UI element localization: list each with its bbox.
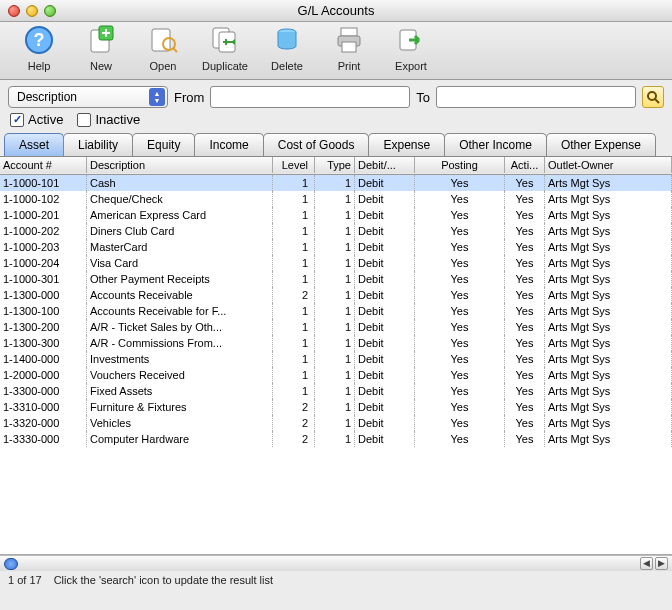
tab-cost-of-goods[interactable]: Cost of Goods [263, 133, 370, 156]
cell: Debit [355, 239, 415, 255]
table-row[interactable]: 1-1300-000Accounts Receivable21DebitYesY… [0, 287, 672, 303]
cell: Arts Mgt Sys [545, 191, 672, 207]
export-label: Export [380, 60, 442, 72]
cell: 1 [273, 191, 315, 207]
cell: Debit [355, 303, 415, 319]
cell: Other Payment Receipts [87, 271, 273, 287]
cell: Yes [505, 367, 545, 383]
cell: 2 [273, 287, 315, 303]
svg-text:?: ? [34, 30, 45, 50]
tab-liability[interactable]: Liability [63, 133, 133, 156]
table-row[interactable]: 1-3330-000Computer Hardware21DebitYesYes… [0, 431, 672, 447]
table-row[interactable]: 1-1000-201American Express Card11DebitYe… [0, 207, 672, 223]
column-header[interactable]: Level [273, 157, 315, 173]
column-header[interactable]: Description [87, 157, 273, 173]
record-count: 1 of 17 [8, 574, 42, 586]
cell: Debit [355, 415, 415, 431]
tab-other-income[interactable]: Other Income [444, 133, 547, 156]
cell: 1-1300-300 [0, 335, 87, 351]
to-input[interactable] [436, 86, 636, 108]
table-row[interactable]: 1-1000-202Diners Club Card11DebitYesYesA… [0, 223, 672, 239]
cell: 1 [273, 319, 315, 335]
inactive-checkbox[interactable]: Inactive [77, 112, 140, 127]
table-row[interactable]: 1-3320-000Vehicles21DebitYesYesArts Mgt … [0, 415, 672, 431]
cell: 1 [273, 223, 315, 239]
new-button[interactable]: New [70, 24, 132, 79]
grid-header: Account #DescriptionLevelTypeDebit/...Po… [0, 157, 672, 175]
cell: Computer Hardware [87, 431, 273, 447]
table-row[interactable]: 1-1000-101Cash11DebitYesYesArts Mgt Sys [0, 175, 672, 191]
cell: Arts Mgt Sys [545, 223, 672, 239]
table-row[interactable]: 1-3300-000Fixed Assets11DebitYesYesArts … [0, 383, 672, 399]
cell: 1-3330-000 [0, 431, 87, 447]
cell: Arts Mgt Sys [545, 175, 672, 191]
column-header[interactable]: Debit/... [355, 157, 415, 173]
horizontal-scrollbar[interactable]: ◀ ▶ [0, 555, 672, 571]
cell: 1-1000-203 [0, 239, 87, 255]
table-row[interactable]: 1-1000-102Cheque/Check11DebitYesYesArts … [0, 191, 672, 207]
table-row[interactable]: 1-1000-204Visa Card11DebitYesYesArts Mgt… [0, 255, 672, 271]
cell: 1 [273, 351, 315, 367]
cell: Arts Mgt Sys [545, 415, 672, 431]
column-header[interactable]: Posting [415, 157, 505, 173]
cell: Debit [355, 431, 415, 447]
column-header[interactable]: Account # [0, 157, 87, 173]
cell: 1-1000-301 [0, 271, 87, 287]
tab-asset[interactable]: Asset [4, 133, 64, 156]
tab-equity[interactable]: Equity [132, 133, 195, 156]
table-row[interactable]: 1-2000-000Vouchers Received11DebitYesYes… [0, 367, 672, 383]
scroll-thumb[interactable] [4, 558, 18, 570]
tab-income[interactable]: Income [194, 133, 263, 156]
column-header[interactable]: Outlet-Owner [545, 157, 672, 173]
cell: 1-3310-000 [0, 399, 87, 415]
export-button[interactable]: Export [380, 24, 442, 79]
cell: American Express Card [87, 207, 273, 223]
tab-expense[interactable]: Expense [368, 133, 445, 156]
cell: 2 [273, 415, 315, 431]
cell: 1 [273, 383, 315, 399]
active-checkbox[interactable]: ✓ Active [10, 112, 63, 127]
from-input[interactable] [210, 86, 410, 108]
table-row[interactable]: 1-3310-000Furniture & Fixtures21DebitYes… [0, 399, 672, 415]
cell: Arts Mgt Sys [545, 319, 672, 335]
cell: Arts Mgt Sys [545, 287, 672, 303]
cell: 1 [315, 191, 355, 207]
active-label: Active [28, 112, 63, 127]
delete-button[interactable]: Delete [256, 24, 318, 79]
cell: Debit [355, 255, 415, 271]
cell: Arts Mgt Sys [545, 255, 672, 271]
table-row[interactable]: 1-1400-000Investments11DebitYesYesArts M… [0, 351, 672, 367]
cell: Yes [505, 303, 545, 319]
column-header[interactable]: Acti... [505, 157, 545, 173]
print-button[interactable]: Print [318, 24, 380, 79]
cell: Yes [505, 191, 545, 207]
tab-other-expense[interactable]: Other Expense [546, 133, 656, 156]
help-button[interactable]: ? Help [8, 24, 70, 79]
cell: Yes [415, 175, 505, 191]
filter-field-value: Description [17, 90, 77, 104]
scroll-right-icon[interactable]: ▶ [655, 557, 668, 570]
cell: Yes [415, 207, 505, 223]
cell: 1 [315, 431, 355, 447]
cell: Debit [355, 383, 415, 399]
grid-body[interactable]: 1-1000-101Cash11DebitYesYesArts Mgt Sys1… [0, 175, 672, 447]
search-button[interactable] [642, 86, 664, 108]
checkbox-checked-icon: ✓ [10, 113, 24, 127]
table-row[interactable]: 1-1300-100Accounts Receivable for F...11… [0, 303, 672, 319]
duplicate-button[interactable]: Duplicate [194, 24, 256, 79]
cell: Yes [505, 271, 545, 287]
print-label: Print [318, 60, 380, 72]
scroll-left-icon[interactable]: ◀ [640, 557, 653, 570]
table-row[interactable]: 1-1300-200A/R - Ticket Sales by Oth...11… [0, 319, 672, 335]
table-row[interactable]: 1-1000-203MasterCard11DebitYesYesArts Mg… [0, 239, 672, 255]
cell: 1 [273, 367, 315, 383]
table-row[interactable]: 1-1000-301Other Payment Receipts11DebitY… [0, 271, 672, 287]
filter-field-select[interactable]: Description ▲▼ [8, 86, 168, 108]
cell: 1 [273, 175, 315, 191]
table-row[interactable]: 1-1300-300A/R - Commissions From...11Deb… [0, 335, 672, 351]
cell: 1-1000-101 [0, 175, 87, 191]
cell: 1 [273, 271, 315, 287]
column-header[interactable]: Type [315, 157, 355, 173]
open-button[interactable]: Open [132, 24, 194, 79]
cell: Yes [505, 319, 545, 335]
